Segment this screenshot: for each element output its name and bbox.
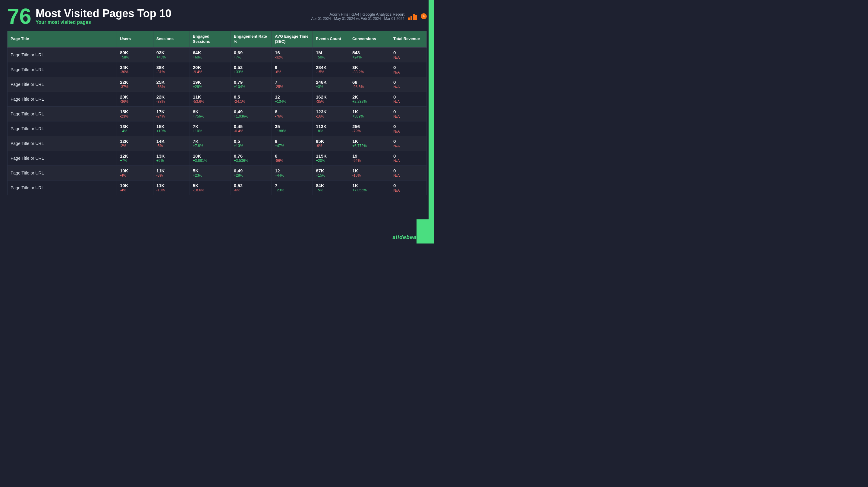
metric-value: 7	[275, 183, 310, 188]
metric-cell: 11K-13%	[153, 180, 190, 195]
date-range: Apr 01 2024 - May 01 2024 vs Feb 01 2024…	[311, 17, 404, 21]
metric-change: -79%	[352, 129, 387, 133]
metric-cell: 16-32%	[272, 47, 313, 62]
table-row: Page Title or URL13K+4%15K+10%7K+10%0,45…	[7, 121, 427, 136]
table-row: Page Title or URL80K+58%93K+48%64K+60%0,…	[7, 47, 427, 62]
metric-cell: 19-94%	[349, 151, 390, 165]
revenue-cell: 0N/A	[390, 106, 427, 121]
metric-value: 0,49	[234, 109, 269, 114]
metric-change: +28%	[193, 85, 227, 89]
metric-value: 20K	[120, 94, 150, 99]
metric-cell: 93K+48%	[153, 47, 190, 62]
metric-cell: 5K-18.6%	[190, 180, 230, 195]
metric-cell: 162K-35%	[313, 92, 349, 106]
metric-cell: 3K-38.2%	[349, 62, 390, 77]
metric-value: 12	[275, 168, 310, 173]
metric-cell: 17K-24%	[153, 106, 190, 121]
main-title: Most Visited Pages Top 10	[36, 7, 172, 20]
page-title-cell: Page Title or URL	[7, 62, 117, 77]
metric-cell: 64K+60%	[190, 47, 230, 62]
metric-cell: 7-25%	[272, 77, 313, 92]
metric-value: 68	[352, 80, 387, 85]
metric-cell: 20K-36%	[117, 92, 153, 106]
metric-value: 20K	[193, 65, 227, 70]
metric-cell: 11K-53.6%	[190, 92, 230, 106]
metric-value: 19K	[193, 80, 227, 85]
header-right: Acorn Hills | GA4 | Google Analytics Rep…	[311, 12, 427, 21]
metric-value: 113K	[316, 124, 346, 129]
metric-cell: 1K+389%	[349, 106, 390, 121]
metric-change: -86%	[275, 158, 310, 163]
metric-change: +15%	[316, 173, 346, 178]
metric-change: -9.4%	[193, 70, 227, 74]
metric-change: -4%	[120, 173, 150, 178]
col-header-revenue: Total Revenue	[390, 31, 427, 48]
revenue-cell: 0N/A	[390, 62, 427, 77]
metric-cell: 9-6%	[272, 62, 313, 77]
metric-change: +104%	[275, 99, 310, 104]
metric-cell: 1K-16%	[349, 165, 390, 180]
metric-cell: 9+47%	[272, 136, 313, 151]
table-row: Page Title or URL20K-36%22K-38%11K-53.6%…	[7, 92, 427, 106]
metric-value: 123K	[316, 109, 346, 114]
metric-value: 0,49	[234, 168, 269, 173]
metric-change: +23%	[193, 173, 227, 178]
metric-value: 12	[275, 94, 310, 99]
metric-value: 34K	[120, 65, 150, 70]
metric-cell: 7K+7.8%	[190, 136, 230, 151]
metric-change: +47%	[275, 144, 310, 148]
table-row: Page Title or URL22K-37%25K-38%19K+28%0,…	[7, 77, 427, 92]
metric-change: +6,772%	[352, 144, 387, 148]
metric-change: +10%	[193, 129, 227, 133]
metric-cell: 80K+58%	[117, 47, 153, 62]
metric-change: +44%	[275, 173, 310, 178]
metric-value: 0,52	[234, 183, 269, 188]
col-header-engrate: Engagement Rate %	[230, 31, 272, 48]
metric-value: 256	[352, 124, 387, 129]
sub-title: Your most visited pages	[36, 20, 172, 25]
metric-cell: 87K+15%	[313, 165, 349, 180]
metric-value: 6	[275, 153, 310, 158]
table-row: Page Title or URL12K-2%14K-5%7K+7.8%0,5+…	[7, 136, 427, 151]
metric-cell: 84K+5%	[313, 180, 349, 195]
page-count: 76	[7, 5, 31, 27]
metric-change: -35%	[316, 99, 346, 104]
revenue-cell: 0N/A	[390, 151, 427, 165]
metric-value: 16	[275, 50, 310, 55]
metric-change: +7.8%	[193, 144, 227, 148]
analytics-icon	[408, 13, 417, 20]
metric-value: 2K	[352, 94, 387, 99]
metric-value: 1K	[352, 168, 387, 173]
metric-value: 19	[352, 153, 387, 158]
metric-change: +7%	[234, 55, 269, 59]
metric-cell: 0,79+104%	[230, 77, 272, 92]
metric-change: -24.1%	[234, 99, 269, 104]
metric-cell: 12K+7%	[117, 151, 153, 165]
metric-cell: 123K-16%	[313, 106, 349, 121]
metric-cell: 35+188%	[272, 121, 313, 136]
col-header-events: Events Count	[313, 31, 349, 48]
metric-value: 13K	[120, 124, 150, 129]
metric-value: 246K	[316, 80, 346, 85]
metric-cell: 12+44%	[272, 165, 313, 180]
metric-cell: 10K-4%	[117, 165, 153, 180]
metric-value: 64K	[193, 50, 227, 55]
metric-change: +60%	[193, 55, 227, 59]
table-container: Page Title Users Sessions Engaged Sessio…	[0, 31, 434, 195]
metric-change: +48%	[156, 55, 187, 59]
metric-cell: 7+23%	[272, 180, 313, 195]
metric-change: -6%	[275, 70, 310, 74]
metric-change: -6%	[234, 188, 269, 192]
metric-value: 9	[275, 65, 310, 70]
metric-cell: 11K-3%	[153, 165, 190, 180]
metric-change: +3,536%	[234, 158, 269, 163]
metric-change: +8%	[316, 129, 346, 133]
metric-cell: 12+104%	[272, 92, 313, 106]
metric-cell: 0,49+1,036%	[230, 106, 272, 121]
metric-value: 12K	[120, 139, 150, 144]
metric-change: -38%	[156, 99, 187, 104]
metric-value: 3K	[352, 65, 387, 70]
page-title-cell: Page Title or URL	[7, 47, 117, 62]
metric-cell: 6-86%	[272, 151, 313, 165]
metric-change: -53.6%	[193, 99, 227, 104]
